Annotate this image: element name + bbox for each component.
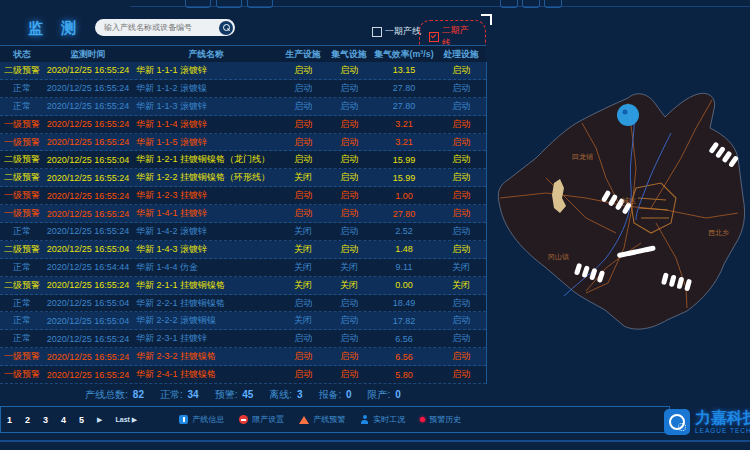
time-cell: 2020/12/25 16:55:24 (44, 65, 132, 75)
status-cell: 二级预警 (0, 64, 44, 77)
table-row[interactable]: 一级预警2020/12/25 16:55:24华新 2-4-1 挂镀镍铬启动启动… (0, 366, 486, 384)
gas-facility-cell: 启动 (326, 189, 372, 202)
table-row[interactable]: 正常2020/12/25 16:55:24华新 1-1-3 滚镀锌启动启动27.… (0, 98, 486, 116)
time-cell: 2020/12/25 16:55:24 (44, 209, 132, 219)
search-input[interactable] (95, 23, 219, 32)
time-cell: 2020/12/25 16:55:24 (44, 352, 132, 362)
summary-item: 产线总数: 82 (85, 388, 144, 402)
table-row[interactable]: 正常2020/12/25 16:55:04华新 2-2-1 挂镀铜镍铬启动启动1… (0, 295, 486, 313)
table-row[interactable]: 一级预警2020/12/25 16:55:24华新 1-1-5 滚镀锌启动启动3… (0, 134, 486, 152)
name-cell: 华新 1-1-3 滚镀锌 (132, 100, 280, 113)
efficiency-cell: 27.80 (372, 209, 436, 219)
search-icon[interactable] (219, 21, 233, 35)
legend-bar: 产线信息限产设置产线预警实时工况预警历史 (179, 414, 461, 425)
last-page-button[interactable]: Last ▶ (115, 416, 137, 424)
column-header: 生产设施 (280, 49, 326, 61)
table-row[interactable]: 正常2020/12/25 16:55:24华新 1-4-2 滚镀锌关闭启动2.5… (0, 223, 486, 241)
legend-item-warning-triangle[interactable]: 产线预警 (299, 414, 345, 425)
bottom-bar: 12345▶Last ▶ 产线信息限产设置产线预警实时工况预警历史 (0, 406, 670, 433)
table-row[interactable]: 二级预警2020/12/25 16:55:04华新 1-2-1 挂镀铜镍铬（龙门… (0, 151, 486, 169)
prod-facility-cell: 启动 (280, 332, 326, 345)
corner-bracket (481, 14, 492, 25)
header: 监 测 一期产线 二期产线 (0, 12, 486, 44)
phase1-checkbox[interactable]: 一期产线 (372, 25, 421, 38)
table-row[interactable]: 一级预警2020/12/25 16:55:24华新 1-4-1 挂镀锌启动启动2… (0, 205, 486, 223)
league-tech-logo-icon (664, 409, 690, 435)
map-town-label: 冈山镇 (548, 252, 569, 262)
summary-item: 正常: 34 (160, 388, 199, 402)
treatment-cell: 启动 (436, 297, 486, 310)
treatment-cell: 启动 (436, 314, 486, 327)
legend-label: 产线预警 (313, 414, 345, 425)
prod-facility-cell: 关闭 (280, 171, 326, 184)
time-cell: 2020/12/25 16:55:24 (44, 101, 132, 111)
gas-facility-cell: 启动 (326, 207, 372, 220)
name-cell: 华新 2-3-1 挂镀锌 (132, 332, 280, 345)
efficiency-cell: 3.21 (372, 137, 436, 147)
legend-item-no-entry[interactable]: 限产设置 (239, 414, 284, 425)
checked-checkbox-icon[interactable] (429, 32, 439, 42)
page-button[interactable]: 5 (79, 415, 84, 425)
gas-facility-cell: 启动 (326, 153, 372, 166)
time-cell: 2020/12/25 16:55:24 (44, 334, 132, 344)
time-cell: 2020/12/25 16:55:24 (44, 173, 132, 183)
legend-item-red-dot[interactable]: 预警历史 (420, 414, 461, 425)
treatment-cell: 启动 (436, 207, 486, 220)
table-row[interactable]: 正常2020/12/25 16:55:24华新 1-1-2 滚镀镍启动启动27.… (0, 80, 486, 98)
prod-facility-cell: 启动 (280, 118, 326, 131)
table-row[interactable]: 正常2020/12/25 16:55:04华新 2-2-2 滚镀铜镍关闭启动17… (0, 312, 486, 330)
treatment-cell: 启动 (436, 118, 486, 131)
next-page-button[interactable]: ▶ (97, 416, 102, 424)
treatment-cell: 启动 (436, 243, 486, 256)
efficiency-cell: 1.00 (372, 191, 436, 201)
treatment-cell: 启动 (436, 332, 486, 345)
table-row[interactable]: 二级预警2020/12/25 16:55:24华新 2-1-1 挂镀铜镍铬关闭关… (0, 277, 486, 295)
status-cell: 一级预警 (0, 118, 44, 131)
table-row[interactable]: 正常2020/12/25 16:55:24华新 2-3-1 挂镀锌启动启动6.5… (0, 330, 486, 348)
bottom-divider (0, 440, 750, 442)
gas-facility-cell: 启动 (326, 225, 372, 238)
table-row[interactable]: 一级预警2020/12/25 16:55:24华新 1-2-3 挂镀锌启动启动1… (0, 187, 486, 205)
prod-facility-cell: 启动 (280, 136, 326, 149)
legend-item-person[interactable]: 实时工况 (360, 414, 405, 425)
treatment-cell: 启动 (436, 100, 486, 113)
page-button[interactable]: 2 (25, 415, 30, 425)
page-button[interactable]: 3 (43, 415, 48, 425)
search-box[interactable] (95, 19, 235, 36)
gas-facility-cell: 启动 (326, 82, 372, 95)
time-cell: 2020/12/25 16:55:24 (44, 119, 132, 129)
top-deco-shape (247, 0, 273, 8)
table-row[interactable]: 正常2020/12/25 16:54:44华新 1-4-4 仿金关闭关闭9.11… (0, 259, 486, 277)
table-header: 状态监测时间产线名称生产设施集气设施集气效率(m³/s)处理设施 (0, 45, 486, 63)
table-row[interactable]: 二级预警2020/12/25 16:55:24华新 1-1-1 滚镀锌启动启动1… (0, 62, 486, 80)
prod-facility-cell: 启动 (280, 189, 326, 202)
table-row[interactable]: 一级预警2020/12/25 16:55:24华新 2-3-2 挂镀镍铬启动启动… (0, 348, 486, 366)
prod-facility-cell: 启动 (280, 350, 326, 363)
table-row[interactable]: 一级预警2020/12/25 16:55:24华新 1-1-4 滚镀锌启动启动3… (0, 116, 486, 134)
district-map[interactable]: 回龙铺 城区 冈山镇 西北乡 (486, 48, 750, 398)
status-cell: 正常 (0, 225, 44, 238)
table-row[interactable]: 二级预警2020/12/25 16:55:04华新 1-4-3 滚镀锌关闭启动1… (0, 241, 486, 259)
top-deco-shape (216, 0, 242, 8)
summary-item: 预警: 45 (215, 388, 254, 402)
status-cell: 二级预警 (0, 279, 44, 292)
name-cell: 华新 1-1-1 滚镀锌 (132, 64, 280, 77)
name-cell: 华新 1-1-5 滚镀锌 (132, 136, 280, 149)
summary-item: 报备: 0 (318, 388, 351, 402)
map-town-label: 西北乡 (708, 228, 729, 238)
checkbox-icon[interactable] (372, 27, 382, 37)
gas-facility-cell: 启动 (326, 350, 372, 363)
time-cell: 2020/12/25 16:55:04 (44, 316, 132, 326)
legend-item-info-square[interactable]: 产线信息 (179, 414, 224, 425)
gas-facility-cell: 启动 (326, 368, 372, 381)
page-button[interactable]: 4 (61, 415, 66, 425)
efficiency-cell: 3.21 (372, 119, 436, 129)
efficiency-cell: 1.48 (372, 244, 436, 254)
efficiency-cell: 17.82 (372, 316, 436, 326)
gas-facility-cell: 启动 (326, 118, 372, 131)
name-cell: 华新 1-2-2 挂镀铜镍铬（环形线） (132, 171, 280, 184)
treatment-cell: 启动 (436, 189, 486, 202)
time-cell: 2020/12/25 16:55:24 (44, 226, 132, 236)
page-button[interactable]: 1 (7, 415, 12, 425)
table-row[interactable]: 二级预警2020/12/25 16:55:24华新 1-2-2 挂镀铜镍铬（环形… (0, 169, 486, 187)
